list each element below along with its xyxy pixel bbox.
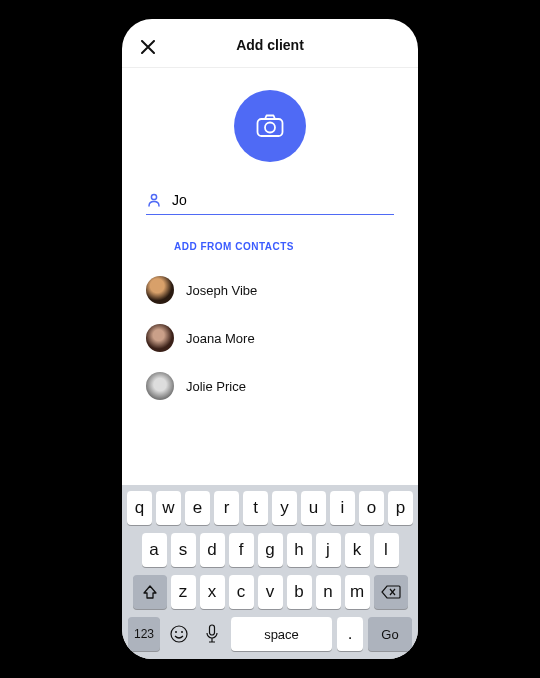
- contact-name: Joseph Vibe: [186, 283, 257, 298]
- key-x[interactable]: x: [200, 575, 225, 609]
- section-label: ADD FROM CONTACTS: [174, 241, 394, 252]
- key-y[interactable]: y: [272, 491, 297, 525]
- key-b[interactable]: b: [287, 575, 312, 609]
- contact-name: Joana More: [186, 331, 255, 346]
- key-c[interactable]: c: [229, 575, 254, 609]
- key-s[interactable]: s: [171, 533, 196, 567]
- shift-icon: [142, 584, 158, 600]
- key-t[interactable]: t: [243, 491, 268, 525]
- keyboard-row: 123 space . Go: [126, 617, 414, 651]
- phone-frame: Add client ADD FROM CONTACTS Joseph Vibe…: [122, 19, 418, 659]
- key-m[interactable]: m: [345, 575, 370, 609]
- key-w[interactable]: w: [156, 491, 181, 525]
- key-backspace[interactable]: [374, 575, 408, 609]
- contact-row[interactable]: Joseph Vibe: [146, 266, 394, 314]
- svg-point-2: [151, 194, 156, 199]
- avatar: [146, 372, 174, 400]
- key-d[interactable]: d: [200, 533, 225, 567]
- key-go[interactable]: Go: [368, 617, 412, 651]
- key-l[interactable]: l: [374, 533, 399, 567]
- key-k[interactable]: k: [345, 533, 370, 567]
- avatar: [146, 276, 174, 304]
- svg-rect-6: [210, 625, 215, 635]
- header: Add client: [122, 19, 418, 68]
- key-r[interactable]: r: [214, 491, 239, 525]
- key-dot[interactable]: .: [337, 617, 363, 651]
- backspace-icon: [381, 585, 401, 599]
- keyboard-row: q w e r t y u i o p: [126, 491, 414, 525]
- key-mic[interactable]: [198, 617, 226, 651]
- emoji-icon: [169, 624, 189, 644]
- key-shift[interactable]: [133, 575, 167, 609]
- key-a[interactable]: a: [142, 533, 167, 567]
- close-icon: [141, 40, 155, 54]
- key-j[interactable]: j: [316, 533, 341, 567]
- content: ADD FROM CONTACTS Joseph Vibe Joana More…: [122, 68, 418, 485]
- mic-icon: [205, 624, 219, 644]
- keyboard-row: z x c v b n m: [126, 575, 414, 609]
- key-n[interactable]: n: [316, 575, 341, 609]
- svg-point-5: [181, 631, 183, 633]
- key-e[interactable]: e: [185, 491, 210, 525]
- key-emoji[interactable]: [165, 617, 193, 651]
- key-q[interactable]: q: [127, 491, 152, 525]
- avatar: [146, 324, 174, 352]
- key-i[interactable]: i: [330, 491, 355, 525]
- key-z[interactable]: z: [171, 575, 196, 609]
- keyboard: q w e r t y u i o p a s d f g h j k l z: [122, 485, 418, 659]
- key-g[interactable]: g: [258, 533, 283, 567]
- contact-name: Jolie Price: [186, 379, 246, 394]
- keyboard-row: a s d f g h j k l: [126, 533, 414, 567]
- svg-point-1: [265, 123, 275, 133]
- name-field[interactable]: [146, 188, 394, 215]
- contact-row[interactable]: Jolie Price: [146, 362, 394, 410]
- key-h[interactable]: h: [287, 533, 312, 567]
- key-p[interactable]: p: [388, 491, 413, 525]
- add-photo-button[interactable]: [234, 90, 306, 162]
- svg-point-4: [175, 631, 177, 633]
- key-u[interactable]: u: [301, 491, 326, 525]
- key-f[interactable]: f: [229, 533, 254, 567]
- key-123[interactable]: 123: [128, 617, 160, 651]
- camera-icon: [256, 114, 284, 138]
- contact-row[interactable]: Joana More: [146, 314, 394, 362]
- close-button[interactable]: [138, 37, 158, 57]
- key-o[interactable]: o: [359, 491, 384, 525]
- key-space[interactable]: space: [231, 617, 332, 651]
- name-input[interactable]: [172, 192, 394, 208]
- svg-point-3: [171, 626, 187, 642]
- person-icon: [146, 192, 162, 208]
- page-title: Add client: [138, 37, 402, 53]
- key-v[interactable]: v: [258, 575, 283, 609]
- svg-rect-0: [258, 119, 283, 136]
